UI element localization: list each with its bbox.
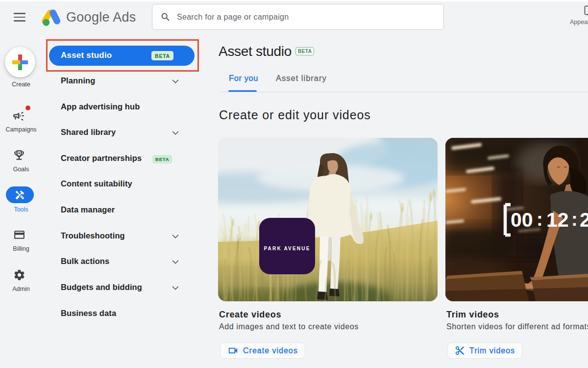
svg-text::: : [537, 209, 543, 230]
svg-text:12: 12 [546, 209, 569, 231]
svg-text:00: 00 [511, 209, 533, 231]
svg-text:2: 2 [580, 209, 588, 231]
svg-text:PARK AVENUE: PARK AVENUE [264, 246, 310, 251]
svg-text::: : [571, 209, 578, 230]
